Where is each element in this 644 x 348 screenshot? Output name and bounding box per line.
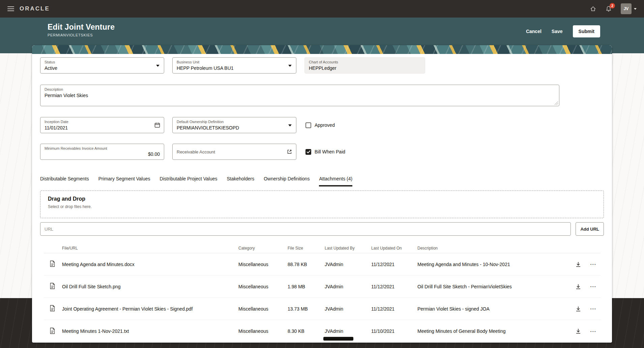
chevron-down-icon [634,8,637,10]
file-updated-on: 11/12/2021 [370,306,416,312]
notification-badge: 2 [610,3,615,8]
table-row[interactable]: Meeting Minutes 1-Nov-2021.txt Miscellan… [44,320,601,342]
home-icon[interactable] [590,5,596,12]
page-title-block: Edit Joint Venture PERMIANVIOLETSKIES [48,23,115,37]
table-row[interactable]: Joint Operating Agreement - Permian Viol… [44,298,601,320]
calendar-icon[interactable] [154,122,160,128]
url-input[interactable] [40,222,571,236]
tab-attachments[interactable]: Attachments (4) [319,176,352,186]
description-label: Description [45,87,555,92]
file-name[interactable]: Meeting Minutes 1-Nov-2021.txt [61,328,237,334]
file-updated-by: JVAdmin [323,306,370,312]
dropdown-caret-icon [288,65,292,67]
resize-handle-icon[interactable] [555,102,558,105]
more-actions-icon[interactable]: ⋯ [590,261,596,267]
col-last-updated-by: Last Updated By [323,246,370,251]
tab-primary-segment-values[interactable]: Primary Segment Values [98,176,150,186]
business-unit-select[interactable]: Business Unit HEPP Petroleum USA BU1 [172,57,296,74]
attachments-table: File/URL Category File Size Last Updated… [44,243,601,342]
open-picker-icon[interactable] [286,149,293,155]
inception-date-field[interactable]: Inception Date 11/01/2021 [40,117,164,133]
tab-distributable-project-values[interactable]: Distributable Project Values [160,176,217,186]
add-url-button[interactable]: Add URL [576,222,604,236]
col-description: Description [416,246,571,251]
table-scrollbar-thumb[interactable] [323,337,353,341]
chart-of-accounts-field: Chart of Accounts HEPPLedger [304,57,425,74]
file-icon [50,260,55,268]
table-header: File/URL Category File Size Last Updated… [44,243,601,253]
form-area: Status Active Business Unit HEPP Petrole… [32,57,612,342]
download-icon[interactable] [575,306,582,312]
file-size: 8.30 KB [286,328,323,334]
file-size: 13.73 MB [286,306,323,312]
checkbox-checked-icon[interactable] [305,149,311,155]
min-receivables-field[interactable]: Minimum Receivables Invoice Amount $0.00 [40,144,164,160]
bill-when-paid-checkbox[interactable]: Bill When Paid [305,149,345,155]
save-button[interactable]: Save [552,29,563,34]
min-receivables-label: Minimum Receivables Invoice Amount [45,146,160,151]
more-actions-icon[interactable]: ⋯ [590,328,596,335]
submit-button[interactable]: Submit [573,25,600,37]
dropzone-title: Drag and Drop [48,196,604,202]
description-field[interactable]: Description Permian Violet Skies [40,85,559,106]
oracle-logo: ORACLE [20,5,50,12]
download-icon[interactable] [575,283,582,290]
file-updated-on: 11/12/2021 [370,284,416,289]
default-ownership-label: Default Ownership Definition [177,120,292,124]
min-receivables-value: $0.00 [148,151,160,157]
file-description: Oil Drill Full Site Sketch - PermianViol… [416,284,571,289]
business-unit-value: HEPP Petroleum USA BU1 [177,65,292,71]
more-actions-icon[interactable]: ⋯ [590,306,596,312]
file-icon [50,327,55,335]
table-row[interactable]: Meeting Agenda and Minutes.docx Miscella… [44,253,601,276]
col-file-url: File/URL [61,246,237,251]
file-updated-on: 11/12/2021 [370,262,416,267]
notifications-bell-icon[interactable]: 2 [605,5,612,12]
approved-label: Approved [315,122,335,128]
dropdown-caret-icon [288,124,292,126]
more-actions-icon[interactable]: ⋯ [590,283,596,290]
file-updated-by: JVAdmin [323,328,370,334]
status-label: Status [45,60,160,64]
file-size: 88.78 KB [286,262,323,267]
global-topbar: ORACLE 2 JV [0,0,644,18]
menu-icon[interactable] [7,6,14,11]
checkbox-unchecked-icon[interactable] [305,122,311,128]
url-row: Add URL [40,222,604,236]
inception-date-label: Inception Date [45,120,160,124]
cancel-button[interactable]: Cancel [526,29,541,34]
user-menu[interactable]: JV [621,3,637,14]
content-card: Status Active Business Unit HEPP Petrole… [32,45,612,343]
approved-checkbox[interactable]: Approved [305,122,335,128]
avatar[interactable]: JV [621,3,632,14]
inception-date-value: 11/01/2021 [45,125,160,130]
tab-distributable-segments[interactable]: Distributable Segments [40,176,89,186]
file-name[interactable]: Joint Operating Agreement - Permian Viol… [61,306,237,312]
file-description: Meeting Agenda and Minutes - 10-Nov-2021 [416,262,571,267]
file-dropzone[interactable]: Drag and Drop Select or drop files here. [40,191,604,218]
default-ownership-value: PERMIANVIOLETSKIESOPD [177,125,292,130]
chart-of-accounts-label: Chart of Accounts [309,60,421,64]
file-icon [50,305,55,313]
receivable-account-label: Receivable Account [177,150,215,154]
file-updated-on: 11/10/2021 [370,328,416,334]
status-select[interactable]: Status Active [40,57,164,74]
download-icon[interactable] [575,328,582,335]
table-row[interactable]: Oil Drill Full Site Sketch.png Miscellan… [44,276,601,298]
download-icon[interactable] [575,261,582,268]
file-name[interactable]: Oil Drill Full Site Sketch.png [61,284,237,289]
default-ownership-select[interactable]: Default Ownership Definition PERMIANVIOL… [172,117,296,133]
dropzone-subtitle: Select or drop files here. [48,204,604,209]
file-description: Permian Violet Skies - signed JOA [416,306,571,312]
file-icon [50,283,55,290]
file-name[interactable]: Meeting Agenda and Minutes.docx [61,262,237,267]
file-category: Miscellaneous [237,306,286,312]
business-unit-label: Business Unit [177,60,292,64]
tab-ownership-definitions[interactable]: Ownership Definitions [264,176,310,186]
file-category: Miscellaneous [237,262,286,267]
file-updated-by: JVAdmin [323,262,370,267]
receivable-account-field[interactable]: Receivable Account [172,144,296,160]
col-file-size: File Size [286,246,323,251]
file-category: Miscellaneous [237,284,286,289]
tab-stakeholders[interactable]: Stakeholders [227,176,255,186]
